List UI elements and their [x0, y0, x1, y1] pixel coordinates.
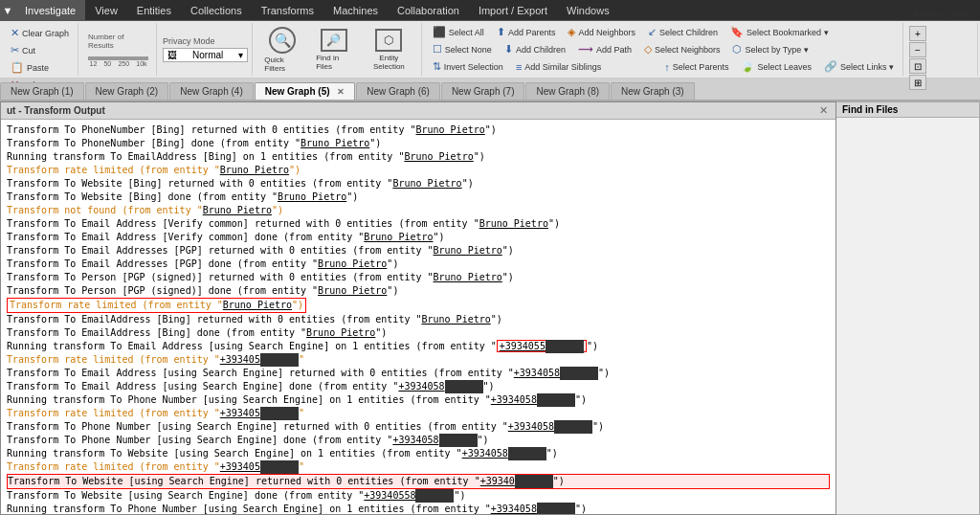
output-panel-body[interactable]: Transform To PhoneNumber [Bing] returned… [1, 120, 835, 514]
add-parents-button[interactable]: ⬆ Add Parents [492, 24, 561, 40]
log-line-rate-limited-4: Transform rate limited (from entity "+39… [7, 460, 830, 474]
log-line: Transform To Phone Number [using Search … [7, 420, 830, 434]
add-children-icon: ⬇ [504, 43, 513, 56]
tab-graph-2[interactable]: New Graph (2) [85, 82, 169, 100]
menu-entities[interactable]: Entities [127, 0, 181, 20]
add-path-icon: ⟿ [578, 43, 593, 56]
cut-button[interactable]: ✂ Cut [6, 42, 74, 58]
tab-graph-6[interactable]: New Graph (6) [356, 82, 440, 100]
select-links-button[interactable]: 🔗 Select Links ▾ [819, 58, 899, 75]
menu-collaboration[interactable]: Collaboration [388, 0, 469, 20]
add-parents-icon: ⬆ [497, 26, 505, 38]
paste-icon: 📋 [11, 61, 24, 74]
number-results-section: Number of Results 12 50 250 10k [80, 23, 157, 76]
select-neighbors-icon: ◇ [644, 43, 652, 56]
add-children-button[interactable]: ⬇ Add Children [500, 41, 570, 57]
reverse-zoom-section: Reverse Links + − ⊡ ⊞ [905, 23, 978, 76]
entity-selection-button[interactable]: ⬡ Entity Selection [361, 25, 417, 75]
quick-filters-button[interactable]: 🔍 Quick Filters [258, 25, 306, 75]
tab-graph-1[interactable]: New Graph (1) [0, 82, 84, 100]
zoom-reset-button[interactable]: ⊞ [909, 75, 926, 90]
log-line: Transform To Person [PGP (signed)] done … [7, 284, 830, 298]
invert-selection-button[interactable]: ⇅ Invert Selection [428, 58, 508, 75]
select-all-icon: ⬛ [433, 26, 446, 38]
log-line: Transform To Phone Number [using Search … [7, 434, 830, 447]
cut-icon: ✂ [11, 44, 19, 56]
number-results-label: Number of Results 12 50 250 10k [84, 33, 152, 67]
select-none-button[interactable]: ☐ Select None [428, 41, 497, 57]
log-line: Transform To Website [using Search Engin… [7, 489, 830, 503]
zoom-fit-button[interactable]: ⊡ [909, 58, 926, 74]
menu-arrow[interactable]: ▼ [0, 0, 15, 20]
main-content: ut - Transform Output ✕ Transform To Pho… [0, 101, 980, 515]
tab-close-icon[interactable]: ✕ [337, 87, 345, 97]
output-panel-close-button[interactable]: ✕ [817, 104, 830, 117]
select-all-button[interactable]: ⬛ Select All [428, 24, 489, 40]
privacy-dropdown[interactable]: 🖼 Normal ▾ [163, 48, 248, 62]
privacy-mode-section: Privacy Mode 🖼 Normal ▾ [159, 23, 253, 76]
zoom-in-button[interactable]: + [909, 26, 926, 41]
select-links-icon: 🔗 [824, 60, 837, 73]
select-none-icon: ☐ [433, 43, 442, 56]
menu-collections[interactable]: Collections [181, 0, 252, 20]
select-by-type-button[interactable]: ⬡ Select by Type ▾ [727, 41, 813, 57]
select-parents-button[interactable]: ↑ Select Parents [659, 59, 733, 75]
add-similar-siblings-button[interactable]: ≡ Add Similar Siblings [511, 59, 606, 75]
paste-button[interactable]: 📋 Paste [6, 59, 74, 76]
log-line: Transform To Website [Bing] done (from e… [7, 190, 830, 204]
menu-machines[interactable]: Machines [323, 0, 388, 20]
log-line-rate-limited: Transform rate limited (from entity "Bru… [7, 164, 830, 177]
invert-selection-icon: ⇅ [433, 60, 441, 73]
log-line: Transform To Email Address [using Search… [7, 380, 830, 393]
select-bookmarked-icon: 🔖 [730, 26, 744, 38]
quick-filters-icon: 🔍 [269, 27, 296, 54]
privacy-chevron-icon: ▾ [238, 50, 243, 60]
log-line-not-found: Transform not found (from entity "Bruno … [7, 204, 830, 217]
tab-graph-8[interactable]: New Graph (8) [525, 82, 610, 100]
zoom-out-button[interactable]: − [909, 42, 926, 57]
menu-view[interactable]: View [85, 0, 127, 20]
tab-graph-5[interactable]: New Graph (5) ✕ [255, 82, 356, 100]
select-bookmarked-button[interactable]: 🔖 Select Bookmarked ▾ [725, 24, 834, 40]
add-path-button[interactable]: ⟿ Add Path [573, 41, 636, 57]
log-line: Transform To Email Address [Verify commo… [7, 231, 830, 244]
privacy-mode-control: Privacy Mode 🖼 Normal ▾ [163, 36, 248, 62]
tab-graph-4[interactable]: New Graph (4) [169, 82, 254, 100]
log-line: Running transform To Website [using Sear… [7, 447, 830, 460]
transform-output-panel: ut - Transform Output ✕ Transform To Pho… [0, 101, 836, 515]
log-line: Transform To PhoneNumber [Bing] done (fr… [7, 137, 830, 150]
log-line: Transform To Email Addresses [PGP] done … [7, 258, 830, 271]
log-line-rate-limited-box: Transform rate limited (from entity "Bru… [7, 298, 306, 313]
menu-import-export[interactable]: Import / Export [469, 0, 557, 20]
menu-windows[interactable]: Windows [557, 0, 619, 20]
menu-bar: ▼ Investigate View Entities Collections … [0, 0, 980, 21]
menu-investigate[interactable]: Investigate [15, 0, 85, 20]
menu-transforms[interactable]: Transforms [252, 0, 323, 20]
toolbar: ✕ Clear Graph ✂ Cut 📋 Paste ✕ Delete Num… [0, 21, 980, 78]
slider-labels: 12 50 250 10k [90, 60, 147, 67]
log-line-search-engine: Running transform To Email Address [usin… [7, 340, 830, 353]
quick-find-section: 🔍 Quick Filters 🔎 Find in Files ⬡ Entity… [255, 23, 422, 76]
log-line: Transform To EmailAddress [Bing] done (f… [7, 326, 830, 340]
select-leaves-button[interactable]: 🍃 Select Leaves [736, 58, 816, 75]
tab-graph-3[interactable]: New Graph (3) [611, 82, 695, 100]
log-line-highlighted: Transform To Website [using Search Engin… [7, 474, 830, 489]
log-line: Transform To PhoneNumber [Bing] returned… [7, 123, 830, 137]
select-by-type-icon: ⬡ [732, 43, 742, 56]
privacy-icon: 🖼 [167, 50, 177, 60]
action-group: ✕ Clear Graph ✂ Cut 📋 Paste ✕ Delete [2, 23, 78, 76]
reverse-links-button[interactable]: Reverse Links [909, 9, 973, 22]
entity-selection-icon: ⬡ [375, 29, 402, 52]
log-line: Transform To Email Address [Verify commo… [7, 217, 830, 231]
clear-graph-button[interactable]: ✕ Clear Graph [6, 25, 74, 41]
select-children-button[interactable]: ↙ Select Children [643, 24, 723, 40]
log-line: Running transform To Phone Number [using… [7, 393, 830, 407]
add-neighbors-button[interactable]: ◈ Add Neighbors [563, 24, 640, 40]
tab-graph-7[interactable]: New Graph (7) [441, 82, 525, 100]
log-line: Running transform To EmailAddress [Bing]… [7, 150, 830, 164]
find-in-files-button[interactable]: 🔎 Find in Files [310, 25, 357, 75]
select-group: ⬛ Select All ⬆ Add Parents ◈ Add Neighbo… [424, 23, 903, 76]
select-neighbors-button[interactable]: ◇ Select Neighbors [639, 41, 725, 57]
select-children-icon: ↙ [648, 26, 657, 38]
select-leaves-icon: 🍃 [741, 60, 754, 73]
